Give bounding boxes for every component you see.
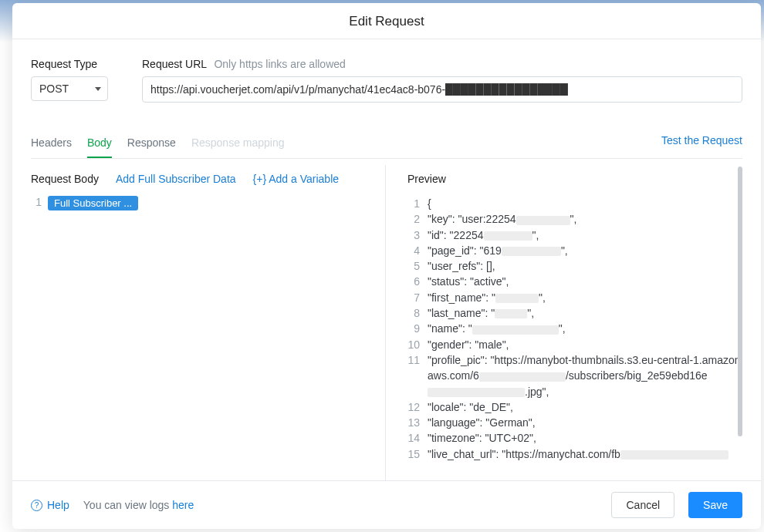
request-type-label: Request Type (31, 58, 97, 70)
code-line: 4 "page_id": "619 ", (407, 243, 742, 258)
body-split: Request Body Add Full Subscriber Data {+… (31, 165, 742, 480)
code-line-text: "profile_pic": "https://manybot-thumbnai… (428, 352, 742, 399)
code-line: 2 "key": "user:22254 ", (407, 211, 742, 227)
code-line-text: "key": "user:22254 ", (428, 211, 742, 227)
code-line: 1{ (407, 196, 742, 211)
chevron-down-icon (95, 87, 101, 91)
code-line-number: 11 (407, 352, 428, 399)
preview-title: Preview (407, 165, 742, 196)
redacted-span (472, 325, 559, 335)
redacted-span (516, 216, 570, 225)
code-line-text: "id": "22254 ", (428, 227, 742, 243)
logs-here-link[interactable]: here (172, 499, 194, 511)
tab-headers[interactable]: Headers (31, 130, 72, 158)
code-line: 14 "timezone": "UTC+02", (407, 430, 742, 446)
cancel-button[interactable]: Cancel (611, 492, 674, 518)
code-line-number: 10 (407, 337, 428, 352)
code-line-text: "page_id": "619 ", (428, 243, 742, 258)
add-variable-link[interactable]: {+} Add a Variable (253, 173, 339, 185)
code-line: 5 "user_refs": [], (407, 258, 742, 274)
code-line-text: "first_name": " ", (428, 290, 742, 305)
save-button[interactable]: Save (688, 492, 742, 518)
code-line: 10 "gender": "male", (407, 337, 742, 352)
code-line: 15 "live_chat_url": "https://manychat.co… (407, 446, 742, 462)
tab-response-mapping: Response mapping (191, 130, 285, 158)
tab-body[interactable]: Body (87, 130, 112, 158)
preview-code[interactable]: 1{2 "key": "user:22254 ",3 "id": "22254 … (407, 196, 742, 466)
code-line-text: "timezone": "UTC+02", (428, 430, 742, 446)
code-line: 9 "name": " ", (407, 321, 742, 336)
help-label: Help (47, 499, 69, 511)
tab-response[interactable]: Response (127, 130, 176, 158)
body-editor[interactable]: 1 Full Subscriber ... (31, 196, 385, 210)
preview-pane: Preview 1{2 "key": "user:22254 ",3 "id":… (386, 165, 742, 480)
help-link[interactable]: ? Help (31, 499, 69, 511)
redacted-span (495, 294, 539, 303)
add-subscriber-data-link[interactable]: Add Full Subscriber Data (116, 173, 236, 185)
test-request-link[interactable]: Test the Request (661, 134, 742, 154)
code-line-number: 1 (407, 196, 428, 211)
body-line-number: 1 (31, 196, 42, 210)
redacted-span (495, 309, 527, 318)
code-line-number: 13 (407, 415, 428, 430)
code-line-number: 12 (407, 399, 428, 415)
code-line-number: 5 (407, 258, 428, 274)
code-line-text: "user_refs": [], (428, 258, 742, 274)
tabs-row: Headers Body Response Response mapping T… (31, 130, 742, 159)
code-line-text: "name": " ", (428, 321, 742, 336)
modal-title: Edit Request (12, 3, 761, 39)
code-line-number: 6 (407, 274, 428, 289)
code-line-number: 14 (407, 430, 428, 446)
edit-request-modal: Edit Request Request Type Request URL On… (12, 3, 761, 529)
redacted-span (620, 450, 729, 460)
request-url-input[interactable] (142, 76, 742, 103)
modal-footer: ? Help You can view logs here Cancel Sav… (12, 480, 761, 529)
code-line-text: "gender": "male", (428, 337, 742, 352)
modal-body: Request Type Request URL Only https link… (12, 39, 761, 480)
code-line-number: 8 (407, 305, 428, 321)
code-line: 3 "id": "22254 ", (407, 227, 742, 243)
redacted-span (479, 372, 566, 382)
field-labels-row: Request Type Request URL Only https link… (31, 58, 742, 70)
scrollbar[interactable] (738, 167, 742, 436)
code-line: 13 "language": "German", (407, 415, 742, 430)
request-body-title: Request Body (31, 173, 99, 185)
code-line-text: "locale": "de_DE", (428, 399, 742, 415)
redacted-span (484, 231, 532, 241)
code-line-text: "last_name": " ", (428, 305, 742, 321)
subscriber-data-pill[interactable]: Full Subscriber ... (48, 196, 138, 210)
code-line-text: "status": "active", (428, 274, 742, 289)
request-body-pane: Request Body Add Full Subscriber Data {+… (31, 165, 386, 480)
code-line-number: 7 (407, 290, 428, 305)
code-line-text: "language": "German", (428, 415, 742, 430)
redacted-span (428, 388, 525, 397)
code-line: 12 "locale": "de_DE", (407, 399, 742, 415)
code-line-text: "live_chat_url": "https://manychat.com/f… (428, 446, 742, 462)
code-line-number: 2 (407, 211, 428, 227)
code-line-number: 9 (407, 321, 428, 336)
code-line-number: 3 (407, 227, 428, 243)
request-type-select[interactable]: POST (31, 76, 108, 101)
code-line: 6 "status": "active", (407, 274, 742, 289)
redacted-span (502, 247, 561, 256)
code-line-number: 15 (407, 446, 428, 462)
code-line: 8 "last_name": " ", (407, 305, 742, 321)
code-line-number: 4 (407, 243, 428, 258)
logs-text: You can view logs here (83, 499, 194, 511)
request-type-value: POST (39, 82, 69, 95)
code-line-text: { (428, 196, 742, 211)
code-line: 7 "first_name": " ", (407, 290, 742, 305)
code-line: 11 "profile_pic": "https://manybot-thumb… (407, 352, 742, 399)
field-inputs-row: POST (31, 76, 742, 103)
help-icon: ? (31, 500, 42, 511)
request-url-hint: Only https links are allowed (214, 58, 345, 70)
request-url-label: Request URL (142, 58, 207, 70)
